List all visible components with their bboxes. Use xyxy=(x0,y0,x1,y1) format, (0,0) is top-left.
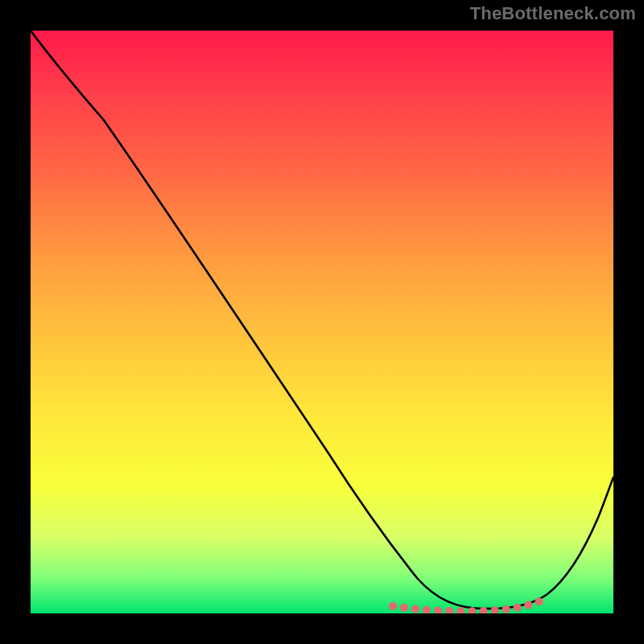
watermark-text: TheBottleneck.com xyxy=(470,3,636,24)
chart-frame: TheBottleneck.com xyxy=(0,0,644,644)
chart-svg xyxy=(31,31,613,613)
plot-area xyxy=(31,31,613,613)
bottleneck-curve xyxy=(31,31,613,609)
